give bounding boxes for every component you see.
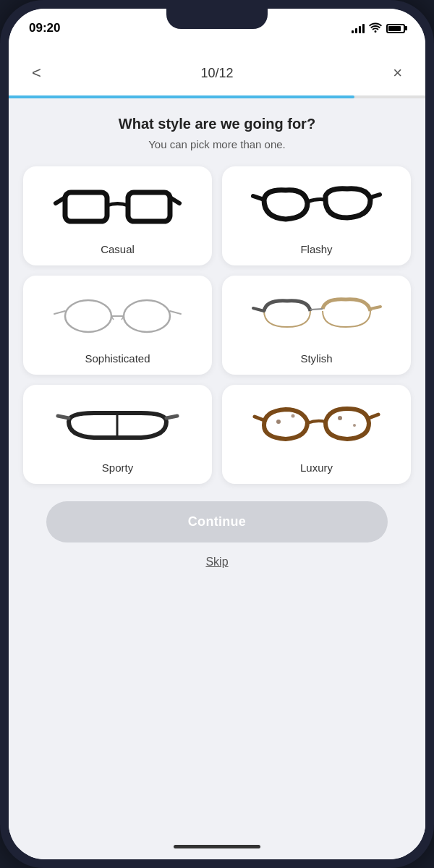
status-bar: 09:20 bbox=[9, 9, 425, 48]
wifi-icon bbox=[369, 22, 382, 35]
glasses-luxury bbox=[259, 396, 375, 454]
home-indicator bbox=[174, 845, 260, 848]
svg-line-23 bbox=[255, 417, 264, 420]
style-card-sophisticated[interactable]: Sophisticated bbox=[23, 276, 212, 375]
home-indicator-area bbox=[9, 833, 425, 859]
style-label-luxury: Luxury bbox=[300, 461, 333, 474]
skip-button[interactable]: Skip bbox=[205, 556, 228, 569]
question-subtitle: You can pick more than one. bbox=[148, 138, 286, 150]
svg-line-18 bbox=[166, 416, 177, 418]
glasses-sporty bbox=[60, 396, 176, 454]
style-grid: Casual bbox=[23, 166, 411, 484]
status-icons bbox=[352, 22, 405, 35]
svg-point-6 bbox=[65, 300, 111, 332]
style-label-flashy: Flashy bbox=[300, 243, 332, 255]
app-content: < 10/12 × What style are we going for? Y… bbox=[9, 48, 425, 833]
phone-frame: 09:20 bbox=[0, 0, 434, 868]
signal-icon bbox=[352, 23, 365, 33]
notch bbox=[166, 9, 268, 29]
glasses-flashy bbox=[259, 178, 375, 236]
svg-point-7 bbox=[124, 300, 170, 332]
svg-line-12 bbox=[170, 311, 181, 314]
style-label-stylish: Stylish bbox=[300, 352, 332, 365]
style-card-stylish[interactable]: Stylish bbox=[222, 276, 411, 375]
svg-line-15 bbox=[370, 307, 380, 309]
style-card-sporty[interactable]: Sporty bbox=[23, 385, 212, 484]
style-label-casual: Casual bbox=[101, 243, 135, 255]
svg-line-14 bbox=[253, 308, 264, 311]
svg-point-22 bbox=[353, 424, 356, 427]
phone-screen: 09:20 bbox=[9, 9, 425, 859]
continue-button[interactable]: Continue bbox=[46, 501, 388, 542]
main-body: What style are we going for? You can pic… bbox=[9, 98, 425, 833]
svg-line-13 bbox=[310, 309, 323, 310]
glasses-sophisticated bbox=[60, 287, 176, 345]
status-time: 09:20 bbox=[29, 21, 60, 35]
style-card-casual[interactable]: Casual bbox=[23, 166, 212, 265]
svg-point-19 bbox=[276, 420, 281, 424]
svg-rect-1 bbox=[128, 192, 170, 221]
header: < 10/12 × bbox=[9, 48, 425, 85]
style-label-sophisticated: Sophisticated bbox=[85, 352, 150, 365]
svg-line-11 bbox=[54, 311, 65, 314]
battery-icon bbox=[386, 24, 405, 33]
svg-line-5 bbox=[370, 195, 380, 197]
glasses-stylish bbox=[259, 287, 375, 345]
close-button[interactable]: × bbox=[387, 61, 408, 85]
glasses-casual bbox=[60, 178, 176, 236]
svg-line-24 bbox=[369, 414, 378, 418]
style-label-sporty: Sporty bbox=[102, 461, 133, 474]
svg-point-20 bbox=[292, 414, 295, 418]
svg-rect-0 bbox=[65, 192, 107, 221]
style-card-luxury[interactable]: Luxury bbox=[222, 385, 411, 484]
back-button[interactable]: < bbox=[26, 61, 47, 85]
progress-label: 10/12 bbox=[200, 66, 233, 81]
svg-point-21 bbox=[338, 416, 342, 420]
question-title: What style are we going for? bbox=[119, 116, 315, 132]
svg-line-17 bbox=[58, 416, 69, 418]
style-card-flashy[interactable]: Flashy bbox=[222, 166, 411, 265]
